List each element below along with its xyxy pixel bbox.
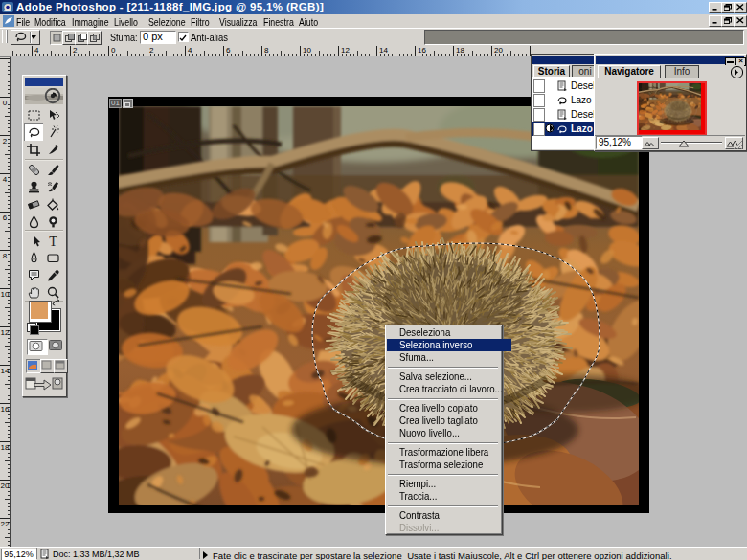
svg-text:14: 14 xyxy=(1,367,10,375)
svg-text:10: 10 xyxy=(303,46,311,55)
svg-text:12: 12 xyxy=(1,328,10,337)
svg-text:2: 2 xyxy=(149,46,154,55)
svg-text:6: 6 xyxy=(226,46,231,55)
svg-text:18: 18 xyxy=(1,443,10,452)
svg-text:20: 20 xyxy=(1,482,10,490)
svg-text:0: 0 xyxy=(3,99,8,107)
svg-text:4: 4 xyxy=(188,46,192,55)
svg-text:2: 2 xyxy=(73,46,78,55)
svg-text:0: 0 xyxy=(111,46,116,55)
svg-text:T: T xyxy=(49,235,57,249)
svg-text:16: 16 xyxy=(1,405,10,414)
svg-text:12: 12 xyxy=(341,46,350,55)
svg-text:18: 18 xyxy=(456,46,464,55)
svg-text:4: 4 xyxy=(34,46,39,55)
svg-text:8: 8 xyxy=(264,46,269,55)
svg-text:8: 8 xyxy=(3,252,8,260)
svg-text:4: 4 xyxy=(3,175,8,184)
svg-text:2: 2 xyxy=(3,137,8,146)
svg-text:20: 20 xyxy=(494,46,503,55)
svg-text:10: 10 xyxy=(1,290,10,299)
svg-text:14: 14 xyxy=(379,46,388,55)
svg-text:16: 16 xyxy=(418,46,426,55)
svg-text:6: 6 xyxy=(3,213,8,222)
svg-text:22: 22 xyxy=(1,520,10,528)
